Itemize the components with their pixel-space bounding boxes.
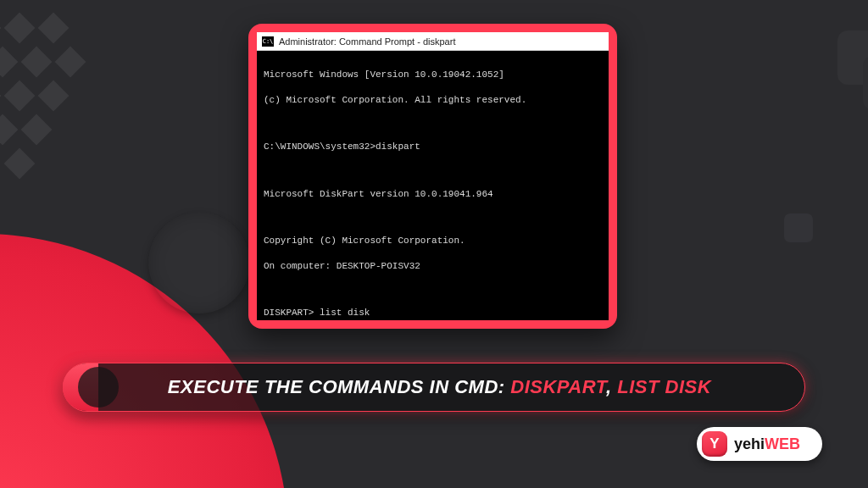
brand-name: yehiWEB [734,435,800,453]
caption-command: LIST DISK [617,376,711,397]
console-line: (c) Microsoft Corporation. All rights re… [264,94,602,107]
brand-badge[interactable]: Y yehiWEB [697,427,822,461]
diamond-pattern [0,17,144,220]
small-square [784,214,813,242]
console-line: On computer: DESKTOP-POISV32 [264,260,602,273]
caption-text: EXECUTE THE COMMANDS IN CMD: DISKPART, L… [98,376,804,398]
red-circle-accent [0,234,288,488]
caption-command: DISKPART [510,376,606,397]
window-titlebar[interactable]: C:\ Administrator: Command Prompt - disk… [257,32,609,51]
console-output[interactable]: Microsoft Windows [Version 10.0.19042.10… [257,51,609,320]
brand-name-part: yehi [734,435,765,452]
command-prompt-window[interactable]: C:\ Administrator: Command Prompt - disk… [257,32,609,320]
caption-bar: EXECUTE THE COMMANDS IN CMD: DISKPART, L… [63,363,805,412]
brand-logo-icon: Y [702,431,727,457]
console-prompt: C:\WINDOWS\system32>diskpart [264,141,602,153]
console-prompt: DISKPART> list disk [264,307,602,319]
caption-pill-accent [63,363,98,411]
console-line: Microsoft DiskPart version 10.0.19041.96… [264,188,602,201]
cmd-icon: C:\ [262,36,274,47]
caption-separator: , [606,376,617,397]
caption-prefix: EXECUTE THE COMMANDS IN CMD: [168,376,510,397]
terminal-frame: C:\ Administrator: Command Prompt - disk… [248,24,617,329]
brand-logo-glyph: Y [709,435,719,452]
brand-name-part: WEB [765,435,800,452]
console-line: Microsoft Windows [Version 10.0.19042.10… [264,69,602,81]
window-title: Administrator: Command Prompt - diskpart [279,36,455,47]
console-line: Copyright (C) Microsoft Corporation. [264,235,602,247]
ghost-circle [148,212,250,313]
